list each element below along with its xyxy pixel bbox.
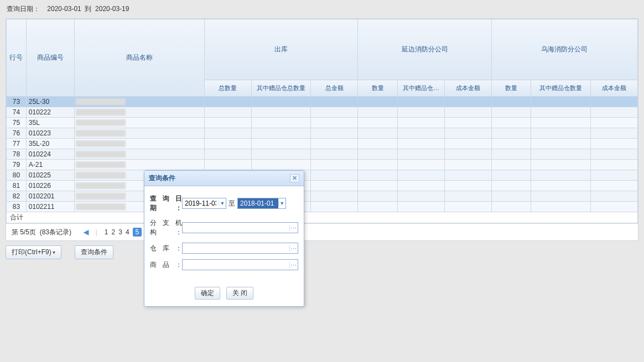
table-row[interactable]: 76010223: [7, 128, 638, 139]
col-b1-qty[interactable]: 数量: [358, 80, 398, 97]
table-row[interactable]: 80010225: [7, 170, 638, 181]
page-number[interactable]: 5: [133, 228, 142, 237]
cell-code: 25L-30: [26, 97, 74, 107]
branch-combo[interactable]: ···: [182, 222, 298, 233]
cell-rownum: 75: [7, 118, 27, 128]
product-input[interactable]: [183, 260, 289, 270]
page-number[interactable]: 2: [112, 228, 116, 236]
warehouse-input[interactable]: [183, 243, 289, 253]
cell-code: 35L: [26, 118, 74, 128]
table-row[interactable]: 7535L: [7, 118, 638, 128]
cell-code: 010225: [26, 170, 74, 181]
cell-rownum: 80: [7, 170, 27, 181]
page-number[interactable]: 3: [118, 228, 122, 236]
cell-code: 35L-20: [26, 139, 74, 149]
product-label: 商品: [150, 260, 182, 270]
cell-code: 0102201: [26, 191, 74, 202]
cell-code: A-21: [26, 160, 74, 170]
branch-label: 分支机构: [150, 218, 182, 237]
cell-code: 010223: [26, 128, 74, 139]
cell-name: [75, 160, 205, 170]
col-group-branch1[interactable]: 延边消防分公司: [358, 19, 492, 80]
date-to-combo[interactable]: ▼: [237, 198, 286, 209]
page-info: 第 5/5页 (83条记录): [12, 228, 71, 237]
close-icon[interactable]: ✕: [290, 174, 299, 182]
table-row[interactable]: 74010222: [7, 107, 638, 118]
cell-name: [75, 149, 205, 160]
branch-input[interactable]: [183, 223, 289, 233]
pagination-bar: 第 5/5页 (83条记录) ◀ | 12345 | ▶ ↻ 每页 条: [6, 223, 638, 240]
cell-code: 0102211: [26, 202, 74, 212]
cell-name: [75, 128, 205, 139]
table-row[interactable]: 7325L-30: [7, 97, 638, 107]
col-row-num[interactable]: 行号: [7, 19, 27, 97]
warehouse-label: 仓库: [150, 244, 182, 253]
cell-rownum: 77: [7, 139, 27, 149]
cell-rownum: 73: [7, 97, 27, 107]
ok-button[interactable]: 确定: [195, 287, 220, 300]
query-date-label: 查询日期：: [7, 5, 40, 13]
dropdown-icon[interactable]: ▼: [278, 201, 285, 206]
col-prod-name[interactable]: 商品名称: [75, 19, 205, 97]
date-to-input[interactable]: [238, 198, 278, 208]
col-b2-cost[interactable]: 成本金额: [590, 80, 637, 97]
query-date-to: 2020-03-19: [95, 5, 129, 13]
col-b1-gift-qty[interactable]: 其中赠品仓…: [397, 80, 444, 97]
page-number[interactable]: 4: [126, 228, 129, 236]
cell-rownum: 76: [7, 128, 27, 139]
page-numbers: 12345: [103, 228, 143, 236]
col-out-gift-qty[interactable]: 其中赠品仓总数量: [251, 80, 310, 97]
data-table: 行号 商品编号 商品名称 出库 延边消防分公司 乌海消防分公司 总数量 其中赠品…: [6, 19, 638, 223]
col-out-total-qty[interactable]: 总数量: [204, 80, 251, 97]
close-button[interactable]: 关 闭: [226, 287, 253, 300]
cell-rownum: 83: [7, 202, 27, 212]
cell-name: [75, 118, 205, 128]
table-container: 行号 商品编号 商品名称 出库 延边消防分公司 乌海消防分公司 总数量 其中赠品…: [6, 18, 638, 241]
query-dialog: 查询条件 ✕ 查询日期 ▼ 至 ▼ 分支机构 ···: [144, 170, 304, 307]
col-b2-gift-qty[interactable]: 其中赠品仓数量: [531, 80, 590, 97]
cell-name: [75, 97, 205, 107]
print-button[interactable]: 打印(Ctrl+F9): [6, 245, 61, 259]
table-row[interactable]: 78010224: [7, 149, 638, 160]
lookup-icon[interactable]: ···: [289, 262, 298, 268]
query-date-from: 2020-03-01: [47, 5, 81, 13]
dialog-title: 查询条件: [149, 174, 175, 183]
table-row[interactable]: 79A-21: [7, 160, 638, 170]
cell-code: 010226: [26, 181, 74, 191]
col-prod-code[interactable]: 商品编号: [26, 19, 74, 97]
cell-name: [75, 107, 205, 118]
dropdown-icon[interactable]: ▼: [219, 201, 226, 206]
col-out-total-amt[interactable]: 总金额: [311, 80, 358, 97]
date-label: 查询日期: [150, 194, 182, 213]
table-row[interactable]: 830102211: [7, 202, 638, 212]
date-from-input[interactable]: [183, 198, 219, 208]
bottom-bar: 打印(Ctrl+F9) 查询条件: [0, 241, 644, 264]
cell-rownum: 78: [7, 149, 27, 160]
lookup-icon[interactable]: ···: [289, 225, 298, 231]
cell-rownum: 81: [7, 181, 27, 191]
product-combo[interactable]: ···: [182, 259, 298, 270]
warehouse-combo[interactable]: ···: [182, 243, 298, 254]
lookup-icon[interactable]: ···: [289, 245, 298, 251]
col-group-out[interactable]: 出库: [204, 19, 357, 80]
query-button[interactable]: 查询条件: [75, 245, 113, 259]
table-row[interactable]: 81010226: [7, 181, 638, 191]
date-sep: 至: [228, 199, 235, 208]
col-group-branch2[interactable]: 乌海消防分公司: [491, 19, 637, 80]
cell-name: [75, 139, 205, 149]
sum-row: 合计: [7, 212, 638, 223]
col-b2-qty[interactable]: 数量: [491, 80, 531, 97]
col-b1-cost[interactable]: 成本金额: [444, 80, 491, 97]
cell-rownum: 82: [7, 191, 27, 202]
query-date-sep: 到: [85, 5, 91, 13]
table-row[interactable]: 7735L-20: [7, 139, 638, 149]
cell-code: 010222: [26, 107, 74, 118]
query-date-bar: 查询日期： 2020-03-01 到 2020-03-19: [0, 0, 644, 18]
page-number[interactable]: 1: [105, 228, 108, 236]
page-prev-icon[interactable]: ◀: [82, 228, 90, 236]
cell-code: 010224: [26, 149, 74, 160]
date-from-combo[interactable]: ▼: [182, 198, 226, 209]
cell-rownum: 74: [7, 107, 27, 118]
cell-rownum: 79: [7, 160, 27, 170]
table-row[interactable]: 820102201: [7, 191, 638, 202]
